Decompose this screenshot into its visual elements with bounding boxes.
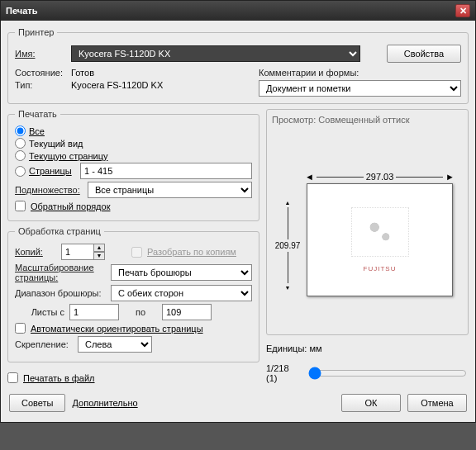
handling-group: Обработка страниц Копий: ▲ ▼ Разобра — [7, 226, 259, 362]
copies-input[interactable] — [61, 244, 94, 260]
print-to-file-label: Печатать в файл — [23, 373, 95, 383]
radio-all[interactable] — [15, 126, 26, 136]
type-value: Kyocera FS-1120D KX — [71, 80, 163, 90]
radio-pages[interactable] — [15, 166, 26, 177]
booklet-label: Диапазон брошюры: — [15, 288, 106, 298]
booklet-select[interactable]: С обеих сторон — [111, 285, 252, 301]
printer-name-select[interactable]: Kyocera FS-1120D KX — [71, 45, 360, 62]
titlebar: Печать ✕ — [1, 1, 475, 21]
dimension-height: ▲209.97▼ — [274, 200, 302, 291]
spin-up-icon[interactable]: ▲ — [93, 244, 105, 252]
radio-current-view-label: Текущий вид — [29, 139, 83, 149]
sheets-from-input[interactable] — [69, 304, 119, 320]
reverse-label: Обратный порядок — [31, 201, 110, 211]
radio-current-page-label: Текущую страницу — [29, 151, 107, 161]
copies-label: Копий: — [15, 247, 56, 257]
scaling-label: Масштабирование страницы: — [15, 263, 106, 282]
printer-name-label: Имя: — [15, 49, 66, 59]
collate-label: Разобрать по копиям — [147, 247, 236, 257]
page-indicator: 1/218 (1) — [266, 363, 302, 383]
subset-select[interactable]: Все страницы — [88, 182, 252, 198]
handling-legend: Обработка страниц — [15, 226, 104, 236]
subset-label: Подмножество: — [15, 185, 83, 195]
preview-panel: Просмотр: Совмещенный оттиск ◄297.03► ▲2… — [266, 109, 469, 335]
autorotate-checkbox[interactable] — [15, 323, 26, 334]
scaling-select[interactable]: Печать брошюры — [111, 264, 252, 281]
copies-spinner[interactable]: ▲ ▼ — [61, 244, 105, 260]
properties-button[interactable]: Свойства — [387, 45, 461, 63]
radio-current-view[interactable] — [15, 138, 26, 149]
reverse-checkbox[interactable] — [15, 201, 26, 211]
footer: Советы Дополнительно ОК Отмена — [7, 391, 469, 415]
tips-button[interactable]: Советы — [9, 394, 65, 412]
status-value: Готов — [71, 68, 94, 78]
status-label: Состояние: — [15, 68, 66, 78]
radio-all-label: Все — [29, 126, 45, 136]
autorotate-label: Автоматически ориентировать страницы — [31, 324, 203, 334]
spin-down-icon[interactable]: ▼ — [93, 252, 105, 260]
close-icon: ✕ — [459, 6, 467, 17]
cancel-button[interactable]: Отмена — [407, 394, 467, 412]
binding-label: Скрепление: — [15, 339, 73, 349]
printer-group: Принтер Имя: Kyocera FS-1120D KX Свойств… — [7, 27, 469, 104]
printer-legend: Принтер — [15, 27, 57, 37]
comments-select[interactable]: Документ и пометки — [259, 80, 461, 97]
preview-slider[interactable] — [308, 367, 467, 380]
comments-label: Комментарии и формы: — [259, 68, 359, 78]
range-legend: Печатать — [15, 109, 60, 119]
preview-title: Просмотр: Совмещенный оттиск — [272, 115, 463, 125]
collate-checkbox — [131, 247, 142, 258]
preview-content-icon — [351, 207, 409, 257]
units-label: Единицы: мм — [266, 343, 322, 353]
range-group: Печатать Все Текущий вид Текущую страниц… — [7, 109, 259, 221]
pages-input[interactable] — [80, 163, 252, 179]
type-label: Тип: — [15, 80, 66, 90]
ok-button[interactable]: ОК — [341, 394, 401, 412]
radio-pages-label: Страницы — [29, 166, 77, 176]
preview-page: FUJITSU — [307, 183, 453, 296]
print-to-file-checkbox[interactable] — [7, 372, 18, 383]
preview-area: ◄297.03► ▲209.97▼ FUJITSU — [272, 130, 463, 320]
sheets-to-input[interactable] — [162, 304, 212, 320]
sheets-to-label: по — [124, 307, 157, 317]
advanced-link[interactable]: Дополнительно — [72, 398, 137, 408]
binding-select[interactable]: Слева — [78, 336, 152, 353]
sheets-from-label: Листы с — [15, 307, 64, 317]
radio-current-page[interactable] — [15, 150, 26, 161]
preview-logo: FUJITSU — [364, 265, 397, 272]
close-button[interactable]: ✕ — [455, 4, 470, 17]
window-title: Печать — [6, 6, 37, 16]
